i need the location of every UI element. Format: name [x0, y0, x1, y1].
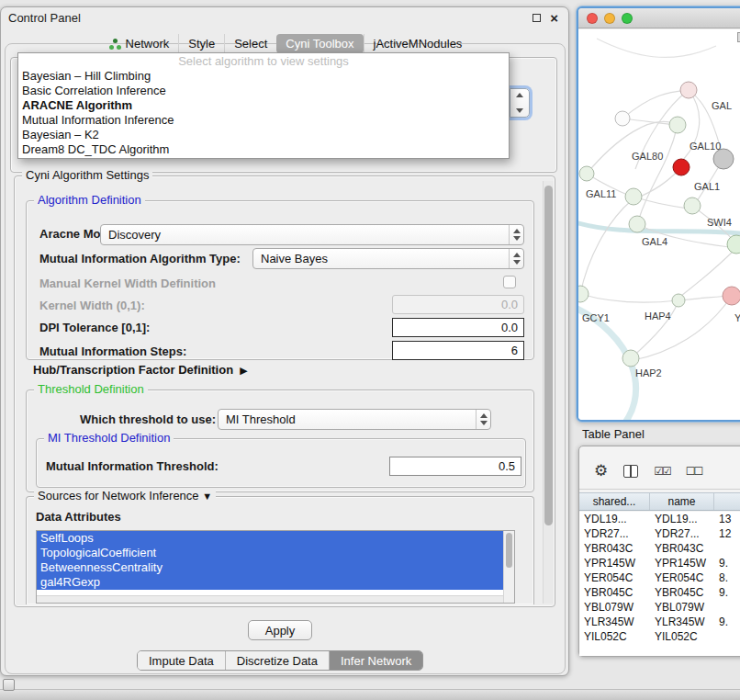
node-label: GAL80: [632, 151, 663, 162]
network-node[interactable]: [713, 149, 734, 169]
network-node[interactable]: [622, 350, 639, 367]
column-header[interactable]: [714, 493, 740, 510]
mi-algorithm-type-combobox[interactable]: Naive Bayes: [252, 248, 524, 269]
dpi-tolerance-field[interactable]: 0.0: [392, 318, 524, 337]
table-cell: YDL19...: [579, 512, 650, 526]
threshold-definition-group: Threshold Definition Which threshold to …: [26, 390, 534, 492]
node-label: GAL1: [694, 181, 720, 192]
network-node[interactable]: [673, 159, 690, 175]
mi-steps-field[interactable]: 6: [392, 341, 524, 360]
which-threshold-combobox[interactable]: MI Threshold: [218, 409, 491, 430]
table-row[interactable]: YBL079WYBL079W: [579, 600, 740, 615]
kernel-width-label: Kernel Width (0,1):: [39, 299, 145, 312]
algorithm-option[interactable]: Mutual Information Inference: [18, 113, 509, 128]
control-panel-titlebar[interactable]: Control Panel ×: [1, 7, 568, 29]
network-node[interactable]: [578, 286, 589, 302]
table-row[interactable]: YDL19...YDL19...13: [579, 512, 740, 526]
network-node[interactable]: [727, 235, 740, 254]
network-node[interactable]: [615, 111, 630, 126]
network-node[interactable]: [629, 216, 645, 232]
table-row[interactable]: YBR043CYBR043C: [579, 541, 740, 556]
algorithm-option[interactable]: Basic Correlation Inference: [18, 84, 509, 98]
apply-button[interactable]: Apply: [248, 620, 312, 640]
scrollbar-thumb[interactable]: [544, 186, 553, 525]
tab-cyni-toolbox[interactable]: Cyni Toolbox: [276, 34, 363, 53]
mi-steps-label: Mutual Information Steps:: [39, 344, 186, 358]
table-row[interactable]: YPR145WYPR145W9.: [579, 556, 740, 570]
columns-icon[interactable]: [623, 465, 638, 478]
mi-algorithm-type-label: Mutual Information Algorithm Type:: [39, 252, 241, 265]
bottom-tab-infer-network[interactable]: Infer Network: [329, 651, 422, 670]
algorithm-option[interactable]: ARACNE Algorithm: [18, 98, 509, 113]
network-canvas[interactable]: GALGAL80GAL10GAL1GAL11SWI4GAL4GCY1HAP4HA…: [578, 29, 740, 420]
which-threshold-value: MI Threshold: [219, 412, 476, 426]
zoom-traffic-light-icon[interactable]: [622, 13, 633, 24]
hub-section-toggle[interactable]: Hub/Transcription Factor Definition▶: [33, 363, 248, 377]
settings-vertical-scrollbar[interactable]: [543, 181, 554, 604]
network-node[interactable]: [669, 117, 686, 133]
top-tab-bar: NetworkStyleSelectCyni ToolboxjActiveMNo…: [1, 34, 570, 53]
mi-threshold-field[interactable]: 0.5: [389, 457, 521, 476]
minimize-traffic-light-icon[interactable]: [604, 13, 615, 24]
algorithm-option[interactable]: Bayesian – K2: [18, 128, 509, 142]
network-graph[interactable]: GALGAL80GAL10GAL1GAL11SWI4GAL4GCY1HAP4HA…: [578, 29, 740, 422]
combo-stepper-icon: [476, 410, 490, 429]
attribute-item[interactable]: BetweennessCentrality: [37, 560, 503, 575]
node-label: GAL11: [586, 188, 616, 199]
tab-label: Cyni Toolbox: [286, 37, 353, 51]
close-traffic-light-icon[interactable]: [587, 13, 598, 24]
attribute-item[interactable]: TopologicalCoefficient: [37, 546, 503, 560]
scrollbar-thumb[interactable]: [506, 533, 512, 568]
attribute-item[interactable]: SelfLoops: [37, 531, 503, 546]
network-node[interactable]: [672, 294, 685, 307]
network-node[interactable]: [625, 188, 642, 205]
table-row[interactable]: YDR27...YDR27...12: [579, 526, 740, 541]
bottom-tab-impute-data[interactable]: Impute Data: [138, 651, 225, 670]
tab-style[interactable]: Style: [178, 34, 224, 53]
column-header[interactable]: name: [650, 493, 714, 510]
net-edges: [578, 39, 740, 422]
network-window-titlebar[interactable]: [578, 8, 740, 28]
tab-select[interactable]: Select: [224, 34, 276, 53]
bottom-tab-discretize-data[interactable]: Discretize Data: [225, 651, 329, 670]
mi-threshold-group-title: MI Threshold Definition: [44, 431, 174, 445]
column-header[interactable]: shared...: [579, 493, 650, 510]
table-row[interactable]: YIL052CYIL052C: [579, 629, 740, 644]
list-horizontal-scrollbar[interactable]: [37, 595, 503, 603]
network-node[interactable]: [579, 166, 594, 181]
attribute-item[interactable]: gal4RGexp: [37, 575, 503, 590]
float-window-icon[interactable]: [533, 14, 541, 22]
sources-group: Sources for Network Inference ▼ Data Att…: [26, 496, 534, 604]
table-row[interactable]: YLR345WYLR345W9.: [579, 615, 740, 629]
node-label: Y: [734, 312, 740, 323]
node-label: HAP2: [635, 367, 662, 378]
manual-kernel-label: Manual Kernel Width Definition: [39, 277, 216, 290]
algorithm-option[interactable]: Dream8 DC_TDC Algorithm: [18, 142, 509, 157]
gear-icon[interactable]: ⚙: [594, 462, 608, 480]
table-row[interactable]: YER054CYER054C8.: [579, 570, 740, 585]
kernel-width-field[interactable]: 0.0: [392, 295, 524, 314]
table-row[interactable]: YBR045CYBR045C9.: [579, 585, 740, 600]
which-threshold-label: Which threshold to use:: [80, 412, 216, 426]
toolbar-separator: [579, 489, 740, 490]
select-all-icon[interactable]: ☑☑: [654, 465, 670, 478]
tab-jactivemnodules[interactable]: jActiveMNodules: [364, 34, 472, 53]
network-node[interactable]: [680, 82, 697, 98]
list-vertical-scrollbar[interactable]: [503, 531, 514, 603]
aracne-mode-combobox[interactable]: Discovery: [100, 224, 524, 245]
control-panel-window: Control Panel × NetworkStyleSelectCyni T…: [0, 6, 569, 676]
network-node[interactable]: [684, 198, 701, 214]
close-icon[interactable]: ×: [550, 9, 558, 28]
table-cell: YBL079W: [579, 600, 650, 615]
table-cell: [714, 541, 740, 556]
manual-kernel-checkbox[interactable]: [503, 276, 516, 288]
tab-network[interactable]: Network: [100, 34, 179, 53]
sources-group-title[interactable]: Sources for Network Inference ▼: [34, 489, 216, 502]
deselect-all-icon[interactable]: ☐☐: [686, 465, 702, 478]
algorithm-combobox-fragment[interactable]: [510, 88, 530, 118]
network-node[interactable]: [723, 287, 740, 305]
minimized-window-icon[interactable]: [3, 679, 15, 691]
dropdown-prompt: Select algorithm to view settings: [18, 54, 509, 69]
data-attributes-listbox[interactable]: SelfLoopsTopologicalCoefficientBetweenne…: [36, 530, 515, 604]
algorithm-option[interactable]: Bayesian – Hill Climbing: [18, 69, 509, 84]
